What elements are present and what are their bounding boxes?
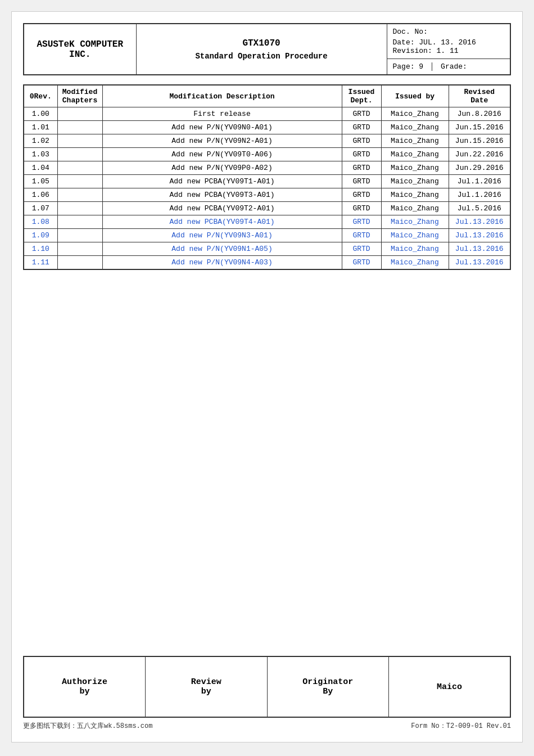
table-row: 1.04Add new P/N(YV09P0-A02)GRTDMaico_Zha… [24,161,510,175]
cell-desc: Add new P/N(YV09N0-A01) [102,121,342,134]
cell-rev: 1.09 [24,229,57,242]
header-table: ASUSTeK COMPUTER INC. GTX1070 Standard O… [23,23,511,75]
originator-value: Maico [437,682,462,692]
cell-desc: Add new PCBA(YV09T3-A01) [102,188,342,202]
cell-mod [57,134,102,148]
title-cell: GTX1070 Standard Operation Procedure [136,24,387,75]
header-issued: Issued by [381,85,449,107]
cell-date: Jun.22.2016 [449,148,510,161]
cell-dept: GRTD [342,161,381,175]
cell-mod [57,215,102,229]
cell-issued: Maico_Zhang [381,134,449,148]
cell-date: Jul.13.2016 [449,229,510,242]
footer-left: 更多图纸下载到：五八文库wk.58sms.com [23,721,152,731]
cell-issued: Maico_Zhang [381,121,449,134]
cell-dept: GRTD [342,256,381,270]
doc-revision: Revision: 1. 11 [393,47,505,55]
footer-right: Form No：T2-009-01 Rev.01 [411,721,511,731]
table-row: 1.01Add new P/N(YV09N0-A01)GRTDMaico_Zha… [24,121,510,134]
cell-dept: GRTD [342,175,381,188]
header-dept: IssuedDept. [342,85,381,107]
cell-mod [57,188,102,202]
cell-date: Jul.13.2016 [449,242,510,256]
table-row: 1.10Add new P/N(YV09N1-A05)GRTDMaico_Zha… [24,242,510,256]
cell-date: Jun.29.2016 [449,161,510,175]
cell-date: Jul.5.2016 [449,202,510,215]
bottom-footer: 更多图纸下载到：五八文库wk.58sms.com Form No：T2-009-… [23,721,511,731]
content-area [23,270,511,650]
originator-value-cell: Maico [389,656,511,717]
cell-mod [57,256,102,270]
cell-mod [57,148,102,161]
cell-dept: GRTD [342,134,381,148]
cell-rev: 1.00 [24,107,57,121]
footer-area: Authorize by Review by Originator By Mai… [23,650,511,731]
cell-date: Jul.13.2016 [449,215,510,229]
cell-desc: Add new P/N(YV09N2-A01) [102,134,342,148]
doc-no: Doc. No: [393,28,505,36]
header-mod: ModifiedChapters [57,85,102,107]
table-row: 1.05Add new PCBA(YV09T1-A01)GRTDMaico_Zh… [24,175,510,188]
cell-rev: 1.08 [24,215,57,229]
cell-issued: Maico_Zhang [381,148,449,161]
table-row: 1.11Add new P/N(YV09N4-A03)GRTDMaico_Zha… [24,256,510,270]
cell-rev: 1.07 [24,202,57,215]
cell-desc: Add new PCBA(YV09T1-A01) [102,175,342,188]
cell-desc: Add new P/N(YV09N3-A01) [102,229,342,242]
cell-issued: Maico_Zhang [381,229,449,242]
cell-mod [57,242,102,256]
table-row: 1.09Add new P/N(YV09N3-A01)GRTDMaico_Zha… [24,229,510,242]
authorize-cell: Authorize by [24,656,146,717]
cell-rev: 1.01 [24,121,57,134]
company-name: ASUSTeK COMPUTER INC. [37,39,123,60]
cell-issued: Maico_Zhang [381,161,449,175]
company-cell: ASUSTeK COMPUTER INC. [24,24,136,75]
cell-desc: Add new P/N(YV09N4-A03) [102,256,342,270]
cell-issued: Maico_Zhang [381,107,449,121]
table-row: 1.08Add new PCBA(YV09T4-A01)GRTDMaico_Zh… [24,215,510,229]
cell-mod [57,229,102,242]
cell-issued: Maico_Zhang [381,256,449,270]
cell-date: Jun.8.2016 [449,107,510,121]
cell-issued: Maico_Zhang [381,202,449,215]
cell-dept: GRTD [342,229,381,242]
page: ASUSTeK COMPUTER INC. GTX1070 Standard O… [11,11,523,742]
product-name: GTX1070 [142,38,381,48]
header-revised: Revised Date [449,85,510,107]
cell-date: Jul.13.2016 [449,256,510,270]
cell-rev: 1.10 [24,242,57,256]
subtitle: Standard Operation Procedure [142,52,381,61]
cell-dept: GRTD [342,121,381,134]
revision-table: 0Rev. ModifiedChapters Modification Desc… [23,84,511,270]
cell-dept: GRTD [342,188,381,202]
review-cell: Review by [146,656,268,717]
cell-desc: Add new PCBA(YV09T4-A01) [102,215,342,229]
table-row: 1.06Add new PCBA(YV09T3-A01)GRTDMaico_Zh… [24,188,510,202]
doc-date: Date: JUL. 13. 2016 [393,38,505,47]
cell-desc: Add new P/N(YV09N1-A05) [102,242,342,256]
cell-date: Jul.1.2016 [449,188,510,202]
cell-date: Jul.1.2016 [449,175,510,188]
cell-mod [57,202,102,215]
cell-dept: GRTD [342,107,381,121]
cell-dept: GRTD [342,242,381,256]
review-by-label: Review by [191,677,221,696]
table-row: 1.03Add new P/N(YV09T0-A06)GRTDMaico_Zha… [24,148,510,161]
cell-issued: Maico_Zhang [381,242,449,256]
cell-rev: 1.06 [24,188,57,202]
cell-desc: Add new PCBA(YV09T2-A01) [102,202,342,215]
originator-cell: Originator By [267,656,389,717]
doc-info-cell: Doc. No: Date: JUL. 13. 2016 Revision: 1… [387,24,510,59]
header-rev: 0Rev. [24,85,57,107]
cell-mod [57,161,102,175]
originator-by-label: Originator By [302,677,353,696]
signature-table: Authorize by Review by Originator By Mai… [23,656,511,718]
cell-rev: 1.11 [24,256,57,270]
page-number: Page: 9 [393,62,433,71]
cell-mod [57,175,102,188]
cell-dept: GRTD [342,148,381,161]
cell-dept: GRTD [342,215,381,229]
cell-mod [57,107,102,121]
table-row: 1.02Add new P/N(YV09N2-A01)GRTDMaico_Zha… [24,134,510,148]
cell-date: Jun.15.2016 [449,134,510,148]
